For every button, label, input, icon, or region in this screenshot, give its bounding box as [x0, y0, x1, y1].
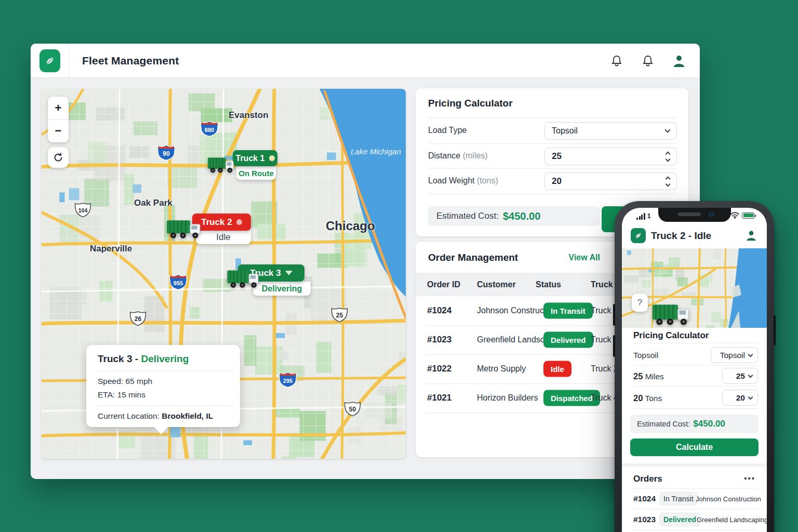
- divider: [633, 530, 757, 530]
- phone-power-button: [774, 315, 776, 345]
- leaf-logo-icon: [631, 228, 646, 243]
- estimated-cost-value: $450.00: [693, 419, 725, 429]
- stepper-icons[interactable]: [666, 151, 670, 163]
- phone-weight-value: 20: [736, 393, 745, 403]
- svg-text:25: 25: [336, 312, 343, 319]
- order-customer: Metro Supply: [477, 364, 526, 374]
- phone-speaker: [678, 212, 701, 216]
- phone-notch: [658, 208, 731, 222]
- recenter-button[interactable]: [48, 147, 69, 168]
- truck-1-status: On Route: [236, 166, 276, 180]
- phone-distance-value: 25: [736, 371, 745, 381]
- phone-distance-select[interactable]: 25: [722, 368, 758, 384]
- phone-distance-label: 25 Miles: [633, 371, 664, 381]
- popup-eta: ETA: 15 mins: [98, 390, 230, 400]
- order-id: #1024: [633, 494, 656, 503]
- phone-weight-select[interactable]: 20: [722, 390, 758, 406]
- load-type-value: Topsoil: [552, 126, 578, 136]
- us-route-shield-26: 26: [129, 311, 147, 326]
- battery-icon: [742, 212, 754, 219]
- order-id: #1021: [427, 393, 451, 403]
- phone-page-title: Truck 2 - Idle: [651, 223, 711, 248]
- load-type-label: Load Type: [428, 126, 467, 135]
- fleet-map[interactable]: Evanston Oak Park Naperville Chicago Lak…: [42, 89, 406, 459]
- zoom-in-button[interactable]: +: [48, 97, 69, 119]
- help-button[interactable]: ?: [632, 294, 648, 312]
- distance-label: Distance (miles): [428, 151, 488, 161]
- phone-weight-label: 20 Tons: [633, 393, 662, 403]
- load-weight-value: 20: [552, 176, 562, 187]
- divider: [98, 370, 230, 371]
- divider: [428, 117, 676, 118]
- order-management-title: Order Management: [428, 252, 518, 263]
- phone-load-type-label: Topsoil: [633, 351, 658, 360]
- truck-1-marker[interactable]: Truck 1: [233, 150, 277, 166]
- notifications-bell-icon[interactable]: [641, 54, 655, 68]
- section-divider: [622, 463, 767, 467]
- order-truck: Truck 4: [591, 393, 618, 403]
- truck-2-icon[interactable]: [165, 217, 205, 243]
- zoom-out-button[interactable]: −: [48, 120, 69, 143]
- order-id: #1023: [427, 335, 451, 345]
- order-id: #1023: [633, 515, 656, 524]
- wifi-icon: [730, 212, 739, 219]
- user-profile-icon[interactable]: [745, 229, 757, 244]
- city-label-oak-park: Oak Park: [134, 198, 172, 208]
- estimated-cost-label: Estimated Cost:: [436, 211, 499, 221]
- view-all-link[interactable]: View All: [569, 253, 600, 262]
- truck-3-chevron-down-icon: [285, 271, 292, 275]
- order-id: #1022: [427, 364, 451, 374]
- svg-text:26: 26: [135, 315, 142, 323]
- divider: [633, 386, 757, 387]
- notifications-bell-icon[interactable]: [609, 54, 624, 68]
- page-title: Fleet Management: [82, 44, 179, 77]
- stepper-icons[interactable]: [666, 176, 670, 188]
- us-route-shield-50: 50: [343, 401, 362, 417]
- signal-bars-icon: [636, 213, 645, 220]
- phone-order-row[interactable]: #1023 Delivered Greenfield Landscaping: [622, 509, 767, 530]
- pricing-calculator-title: Pricing Calculator: [428, 98, 513, 109]
- us-route-shield-25: 25: [330, 307, 349, 323]
- order-customer: Horizon Builders: [477, 393, 538, 403]
- phone-truck-icon: [651, 300, 694, 328]
- status-badge: Delivered: [543, 332, 593, 348]
- phone-camera: [709, 212, 714, 217]
- truck-1-dot-icon: [269, 155, 275, 161]
- estimated-cost-value: $450.00: [503, 210, 540, 222]
- chevron-down-icon: [748, 352, 753, 357]
- truck-2-dot-icon: [236, 219, 242, 225]
- truck-2-label: Truck 2: [201, 217, 232, 228]
- load-weight-stepper[interactable]: 20: [544, 172, 677, 190]
- distance-stepper[interactable]: 25: [544, 148, 677, 165]
- order-truck: Truck 2: [591, 364, 618, 374]
- popup-location: Current Location: Brookfield, IL: [98, 411, 230, 421]
- load-type-select[interactable]: Topsoil: [544, 122, 677, 140]
- phone-volume-button: [613, 304, 615, 326]
- city-label-chicago: Chicago: [326, 219, 375, 233]
- city-label-evanston: Evanston: [229, 110, 269, 121]
- divider: [98, 405, 230, 406]
- interstate-shield-295: 295: [278, 371, 297, 388]
- svg-text:90: 90: [163, 150, 170, 157]
- divider: [428, 194, 676, 194]
- chevron-down-icon: [748, 373, 753, 378]
- phone-order-row[interactable]: #1024 In Transit Johnson Construction: [622, 488, 767, 509]
- status-badge: In Transit: [543, 303, 593, 319]
- app-header: Fleet Management: [31, 44, 700, 78]
- load-weight-label: Load Weight (tons): [428, 176, 498, 185]
- truck-3-icon[interactable]: [226, 266, 262, 293]
- distance-value: 25: [552, 151, 562, 162]
- column-truck: Truck: [591, 280, 613, 289]
- truck-1-icon[interactable]: [207, 153, 237, 177]
- divider: [633, 365, 757, 366]
- orders-menu-button[interactable]: •••: [744, 474, 755, 483]
- user-profile-icon[interactable]: [672, 54, 686, 68]
- phone-app-header: Truck 2 - Idle: [622, 223, 767, 248]
- phone-calculate-button[interactable]: Calculate: [630, 438, 759, 456]
- leaf-logo-icon: [39, 49, 60, 72]
- phone-estimated-cost-bar: Estimated Cost: $450.00: [630, 415, 759, 433]
- truck-1-label: Truck 1: [235, 154, 264, 163]
- phone-map[interactable]: [622, 248, 767, 328]
- fleet-dashboard-window: Fleet Management: [31, 44, 700, 479]
- phone-load-type-select[interactable]: Topsoil: [711, 347, 758, 363]
